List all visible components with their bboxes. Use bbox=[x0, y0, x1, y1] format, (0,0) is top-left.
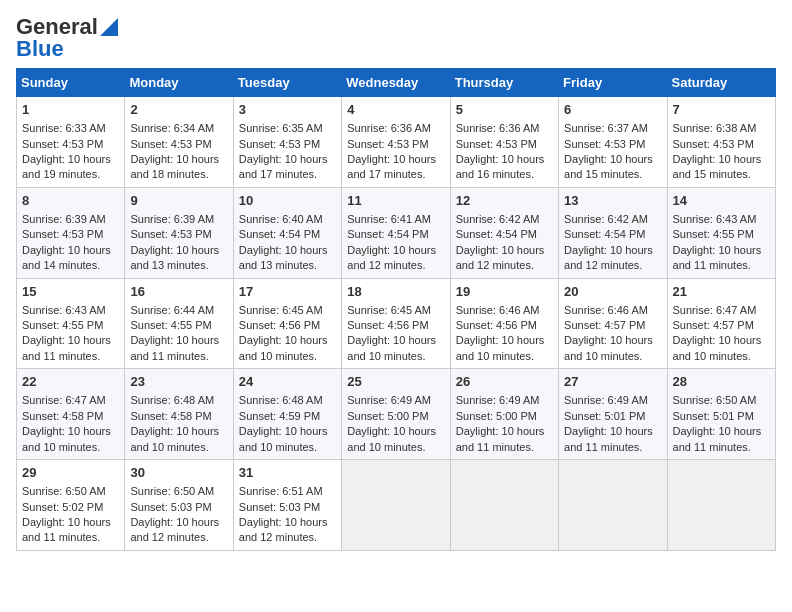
day-info-line: Sunrise: 6:50 AM bbox=[130, 484, 227, 499]
day-info-line: and 11 minutes. bbox=[456, 440, 553, 455]
day-number: 9 bbox=[130, 192, 227, 210]
calendar-cell: 20Sunrise: 6:46 AMSunset: 4:57 PMDayligh… bbox=[559, 278, 667, 369]
calendar-cell: 26Sunrise: 6:49 AMSunset: 5:00 PMDayligh… bbox=[450, 369, 558, 460]
day-number: 8 bbox=[22, 192, 119, 210]
day-number: 30 bbox=[130, 464, 227, 482]
dow-header-wednesday: Wednesday bbox=[342, 69, 450, 97]
calendar-cell: 12Sunrise: 6:42 AMSunset: 4:54 PMDayligh… bbox=[450, 187, 558, 278]
day-info-line: Daylight: 10 hours bbox=[239, 152, 336, 167]
calendar-cell: 15Sunrise: 6:43 AMSunset: 4:55 PMDayligh… bbox=[17, 278, 125, 369]
day-info-line: Daylight: 10 hours bbox=[347, 152, 444, 167]
calendar-week-1: 1Sunrise: 6:33 AMSunset: 4:53 PMDaylight… bbox=[17, 97, 776, 188]
day-info-line: and 10 minutes. bbox=[239, 440, 336, 455]
day-info-line: Daylight: 10 hours bbox=[347, 424, 444, 439]
day-info-line: and 18 minutes. bbox=[130, 167, 227, 182]
day-number: 24 bbox=[239, 373, 336, 391]
day-info-line: Daylight: 10 hours bbox=[673, 243, 770, 258]
calendar-cell: 23Sunrise: 6:48 AMSunset: 4:58 PMDayligh… bbox=[125, 369, 233, 460]
day-info-line: Daylight: 10 hours bbox=[22, 424, 119, 439]
calendar-cell: 17Sunrise: 6:45 AMSunset: 4:56 PMDayligh… bbox=[233, 278, 341, 369]
day-info-line: Sunrise: 6:35 AM bbox=[239, 121, 336, 136]
day-info-line: Sunset: 5:00 PM bbox=[456, 409, 553, 424]
day-info-line: Sunrise: 6:44 AM bbox=[130, 303, 227, 318]
dow-header-friday: Friday bbox=[559, 69, 667, 97]
day-number: 4 bbox=[347, 101, 444, 119]
day-info-line: Sunset: 4:53 PM bbox=[130, 137, 227, 152]
day-info-line: and 10 minutes. bbox=[456, 349, 553, 364]
day-info-line: Daylight: 10 hours bbox=[564, 152, 661, 167]
day-info-line: and 11 minutes. bbox=[673, 440, 770, 455]
day-info-line: Sunrise: 6:38 AM bbox=[673, 121, 770, 136]
day-info-line: Sunset: 4:55 PM bbox=[22, 318, 119, 333]
logo-blue-text: Blue bbox=[16, 38, 118, 60]
day-number: 13 bbox=[564, 192, 661, 210]
day-info-line: and 10 minutes. bbox=[347, 349, 444, 364]
day-info-line: Daylight: 10 hours bbox=[673, 333, 770, 348]
calendar-cell: 9Sunrise: 6:39 AMSunset: 4:53 PMDaylight… bbox=[125, 187, 233, 278]
day-info-line: and 19 minutes. bbox=[22, 167, 119, 182]
calendar-cell: 21Sunrise: 6:47 AMSunset: 4:57 PMDayligh… bbox=[667, 278, 775, 369]
day-info-line: Daylight: 10 hours bbox=[456, 424, 553, 439]
day-info-line: Sunrise: 6:33 AM bbox=[22, 121, 119, 136]
calendar-cell: 2Sunrise: 6:34 AMSunset: 4:53 PMDaylight… bbox=[125, 97, 233, 188]
day-info-line: and 12 minutes. bbox=[456, 258, 553, 273]
day-number: 28 bbox=[673, 373, 770, 391]
logo-general-text: General bbox=[16, 16, 98, 38]
day-info-line: Sunset: 5:03 PM bbox=[130, 500, 227, 515]
day-info-line: and 15 minutes. bbox=[673, 167, 770, 182]
day-number: 26 bbox=[456, 373, 553, 391]
dow-header-monday: Monday bbox=[125, 69, 233, 97]
day-info-line: Daylight: 10 hours bbox=[130, 152, 227, 167]
day-number: 11 bbox=[347, 192, 444, 210]
day-info-line: Daylight: 10 hours bbox=[130, 515, 227, 530]
calendar-cell: 6Sunrise: 6:37 AMSunset: 4:53 PMDaylight… bbox=[559, 97, 667, 188]
day-info-line: Daylight: 10 hours bbox=[22, 243, 119, 258]
day-info-line: and 11 minutes. bbox=[130, 349, 227, 364]
day-number: 14 bbox=[673, 192, 770, 210]
calendar-cell: 1Sunrise: 6:33 AMSunset: 4:53 PMDaylight… bbox=[17, 97, 125, 188]
logo-arrow-icon bbox=[100, 18, 118, 36]
calendar-week-5: 29Sunrise: 6:50 AMSunset: 5:02 PMDayligh… bbox=[17, 460, 776, 551]
day-info-line: Daylight: 10 hours bbox=[130, 333, 227, 348]
day-number: 19 bbox=[456, 283, 553, 301]
day-info-line: Sunrise: 6:50 AM bbox=[673, 393, 770, 408]
day-info-line: Sunset: 4:58 PM bbox=[22, 409, 119, 424]
calendar-cell: 25Sunrise: 6:49 AMSunset: 5:00 PMDayligh… bbox=[342, 369, 450, 460]
day-info-line: and 16 minutes. bbox=[456, 167, 553, 182]
day-number: 20 bbox=[564, 283, 661, 301]
calendar-cell: 30Sunrise: 6:50 AMSunset: 5:03 PMDayligh… bbox=[125, 460, 233, 551]
day-info-line: Daylight: 10 hours bbox=[564, 424, 661, 439]
day-info-line: and 12 minutes. bbox=[239, 530, 336, 545]
day-info-line: Sunset: 4:53 PM bbox=[22, 137, 119, 152]
day-info-line: Sunrise: 6:41 AM bbox=[347, 212, 444, 227]
day-info-line: and 10 minutes. bbox=[347, 440, 444, 455]
day-info-line: Daylight: 10 hours bbox=[130, 424, 227, 439]
day-info-line: Sunset: 4:54 PM bbox=[564, 227, 661, 242]
day-info-line: Sunrise: 6:50 AM bbox=[22, 484, 119, 499]
day-info-line: Daylight: 10 hours bbox=[673, 152, 770, 167]
day-number: 18 bbox=[347, 283, 444, 301]
day-info-line: Sunrise: 6:37 AM bbox=[564, 121, 661, 136]
day-number: 12 bbox=[456, 192, 553, 210]
day-info-line: Sunset: 4:53 PM bbox=[347, 137, 444, 152]
day-info-line: Daylight: 10 hours bbox=[22, 333, 119, 348]
day-info-line: Daylight: 10 hours bbox=[673, 424, 770, 439]
day-number: 1 bbox=[22, 101, 119, 119]
day-info-line: Sunrise: 6:49 AM bbox=[564, 393, 661, 408]
day-number: 25 bbox=[347, 373, 444, 391]
day-info-line: Sunset: 5:02 PM bbox=[22, 500, 119, 515]
day-info-line: Daylight: 10 hours bbox=[130, 243, 227, 258]
day-info-line: Sunset: 4:54 PM bbox=[347, 227, 444, 242]
day-info-line: Sunrise: 6:43 AM bbox=[673, 212, 770, 227]
day-info-line: Daylight: 10 hours bbox=[22, 515, 119, 530]
dow-header-thursday: Thursday bbox=[450, 69, 558, 97]
day-number: 5 bbox=[456, 101, 553, 119]
day-number: 27 bbox=[564, 373, 661, 391]
day-info-line: and 10 minutes. bbox=[22, 440, 119, 455]
day-info-line: and 11 minutes. bbox=[673, 258, 770, 273]
day-info-line: and 11 minutes. bbox=[22, 349, 119, 364]
calendar-cell: 4Sunrise: 6:36 AMSunset: 4:53 PMDaylight… bbox=[342, 97, 450, 188]
day-info-line: and 17 minutes. bbox=[239, 167, 336, 182]
day-info-line: Sunset: 4:54 PM bbox=[239, 227, 336, 242]
day-number: 22 bbox=[22, 373, 119, 391]
